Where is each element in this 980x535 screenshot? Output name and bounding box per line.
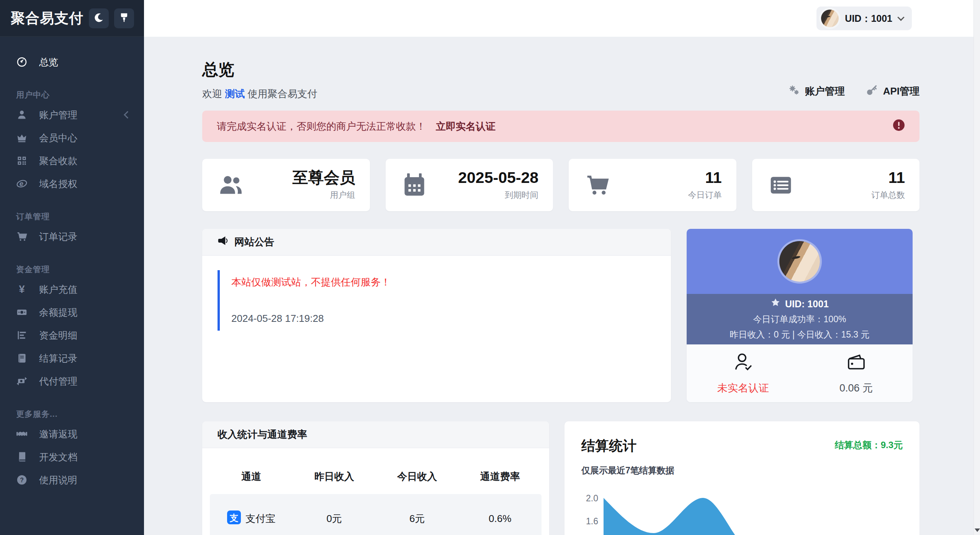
stat-value: 11 <box>609 169 722 186</box>
profile-card: UID: 1001 今日订单成功率：100% 昨日收入：0 元 | 今日收入：1… <box>687 229 913 402</box>
people-icon <box>219 173 243 197</box>
calendar-icon <box>402 173 426 197</box>
cash-transfer-icon <box>16 375 28 387</box>
person-icon <box>16 109 28 121</box>
alipay-icon: 支 <box>227 511 241 527</box>
exclamation-circle-icon <box>893 119 905 134</box>
y-tick: 2.0 <box>581 493 598 504</box>
username-link[interactable]: 测试 <box>225 88 245 99</box>
chevron-down-icon <box>897 14 904 21</box>
settlement-subtitle: 仅展示最近7笔结算数据 <box>581 465 903 476</box>
question-circle-icon: ? <box>16 474 28 486</box>
sidebar-item-payout[interactable]: 代付管理 <box>0 370 144 393</box>
sidebar-item-label: 会员中心 <box>39 132 77 144</box>
settlement-total-label: 结算总额： <box>835 440 881 450</box>
svg-text:e: e <box>20 179 23 188</box>
verify-now-link[interactable]: 立即实名认证 <box>436 120 496 133</box>
cart-icon <box>586 173 609 197</box>
welcome-suffix: 使用聚合易支付 <box>247 88 317 99</box>
announcement-title: 网站公告 <box>234 235 274 249</box>
welcome-prefix: 欢迎 <box>202 88 222 99</box>
sidebar-section-more: 更多服务... <box>0 409 144 419</box>
sidebar-section-funds: 资金管理 <box>0 264 144 275</box>
balance-cell[interactable]: 0.06 元 <box>800 344 913 402</box>
book-icon <box>16 451 28 463</box>
sidebar-item-label: 代付管理 <box>39 375 77 388</box>
sidebar-item-withdraw[interactable]: 余额提现 <box>0 301 144 324</box>
content: 总览 欢迎 测试 使用聚合易支付 账户管理 API管理 <box>144 37 980 535</box>
api-manage-label: API管理 <box>883 85 919 98</box>
sidebar-item-settlement-records[interactable]: 结算记录 <box>0 347 144 370</box>
avatar <box>821 10 839 27</box>
sidebar-item-usage-guide[interactable]: ? 使用说明 <box>0 468 144 491</box>
announcement-header: 网站公告 <box>202 229 671 256</box>
stat-card-total-orders: 11 订单总数 <box>752 159 920 211</box>
sidebar-item-domain-auth[interactable]: e 域名授权 <box>0 172 144 195</box>
journal-icon <box>16 352 28 364</box>
announcement-quote: 本站仅做测试站，不提供任何服务！ 2024-05-28 17:19:28 <box>218 270 656 331</box>
alert-text: 请完成实名认证，否则您的商户无法正常收款！ <box>217 120 426 133</box>
sidebar-item-label: 资金明细 <box>39 329 77 342</box>
api-manage-button[interactable]: API管理 <box>866 84 919 98</box>
profile-footer: 未实名认证 0.06 元 <box>687 344 913 402</box>
sidebar-item-order-records[interactable]: 订单记录 <box>0 225 144 248</box>
income-card: 收入统计与通道费率 通道 昨日收入 今日收入 通道费率 支 支付宝 <box>202 421 549 535</box>
settlement-title: 结算统计 <box>581 437 636 455</box>
sidebar-item-membership[interactable]: 会员中心 <box>0 126 144 149</box>
sidebar-item-label: 开发文档 <box>39 451 77 463</box>
y-tick: 1.6 <box>581 516 598 527</box>
moon-icon <box>94 13 104 24</box>
paint-brush-icon <box>119 13 129 24</box>
avatar <box>779 241 820 282</box>
chevron-left-icon <box>124 111 131 119</box>
channel-name: 支付宝 <box>245 512 275 525</box>
sidebar-item-recharge[interactable]: ¥ 账户充值 <box>0 278 144 301</box>
dark-mode-button[interactable] <box>89 8 109 28</box>
scroll-down-arrow[interactable] <box>975 528 980 532</box>
app-logo: 聚合易支付 <box>11 9 83 28</box>
stat-card-usergroup: 至尊会员 用户组 <box>202 159 370 211</box>
sidebar-item-overview[interactable]: 总览 <box>0 51 144 73</box>
middle-row: 网站公告 本站仅做测试站，不提供任何服务！ 2024-05-28 17:19:2… <box>202 229 919 402</box>
theme-button[interactable] <box>114 8 134 28</box>
account-manage-button[interactable]: 账户管理 <box>788 84 845 98</box>
crown-icon <box>16 132 28 144</box>
area-chart <box>604 486 903 535</box>
announcement-body: 本站仅做测试站，不提供任何服务！ 2024-05-28 17:19:28 <box>202 256 671 345</box>
col-yesterday: 昨日收入 <box>293 470 376 483</box>
welcome-text: 欢迎 测试 使用聚合易支付 <box>202 87 317 101</box>
verify-status-cell[interactable]: 未实名认证 <box>687 344 800 402</box>
sidebar-item-account[interactable]: 账户管理 <box>0 103 144 126</box>
page-title: 总览 <box>202 59 317 80</box>
verify-alert: 请完成实名认证，否则您的商户无法正常收款！ 立即实名认证 <box>202 111 919 142</box>
bottom-row: 收入统计与通道费率 通道 昨日收入 今日收入 通道费率 支 支付宝 <box>202 421 919 535</box>
wallet-icon <box>846 352 866 374</box>
stat-cards: 至尊会员 用户组 2025-05-28 到期时间 11 今日订单 <box>202 159 919 211</box>
user-menu[interactable]: UID：1001 <box>816 7 912 30</box>
profile-success-rate: 今日订单成功率：100% <box>753 313 846 325</box>
sidebar-header: 聚合易支付 <box>0 0 144 37</box>
sidebar-item-invite-rebate[interactable]: 邀请返现 <box>0 422 144 445</box>
income-title: 收入统计与通道费率 <box>218 428 307 441</box>
sidebar-item-label: 账户管理 <box>39 109 77 121</box>
handshake-icon <box>16 428 28 440</box>
announcement-card: 网站公告 本站仅做测试站，不提供任何服务！ 2024-05-28 17:19:2… <box>202 229 671 402</box>
sidebar-item-label: 余额提现 <box>39 306 77 319</box>
sidebar-item-dev-docs[interactable]: 开发文档 <box>0 445 144 468</box>
settlement-card: 结算统计 结算总额：9.3元 仅展示最近7笔结算数据 2.0 1.6 1.2 0… <box>564 421 919 535</box>
sidebar-section-user-center: 用户中心 <box>0 90 144 100</box>
stat-label: 订单总数 <box>793 189 905 201</box>
table-row: 支 支付宝 0元 6元 0.6% <box>210 494 542 535</box>
sidebar-item-fund-details[interactable]: 资金明细 <box>0 324 144 347</box>
sidebar-item-label: 域名授权 <box>39 178 77 190</box>
sidebar-item-aggregate-collection[interactable]: 聚合收款 <box>0 149 144 172</box>
cell-rate: 0.6% <box>459 513 542 525</box>
sidebar-section-orders: 订单管理 <box>0 211 144 222</box>
main-area: UID：1001 总览 欢迎 测试 使用聚合易支付 账 <box>144 0 980 535</box>
vertical-scrollbar[interactable] <box>973 0 980 535</box>
stat-value: 2025-05-28 <box>426 169 539 186</box>
cell-yesterday: 0元 <box>293 512 376 525</box>
sidebar-item-label: 账户充值 <box>39 283 77 296</box>
income-table: 通道 昨日收入 今日收入 通道费率 支 支付宝 0元 6元 <box>210 465 542 535</box>
megaphone-icon <box>218 235 234 249</box>
